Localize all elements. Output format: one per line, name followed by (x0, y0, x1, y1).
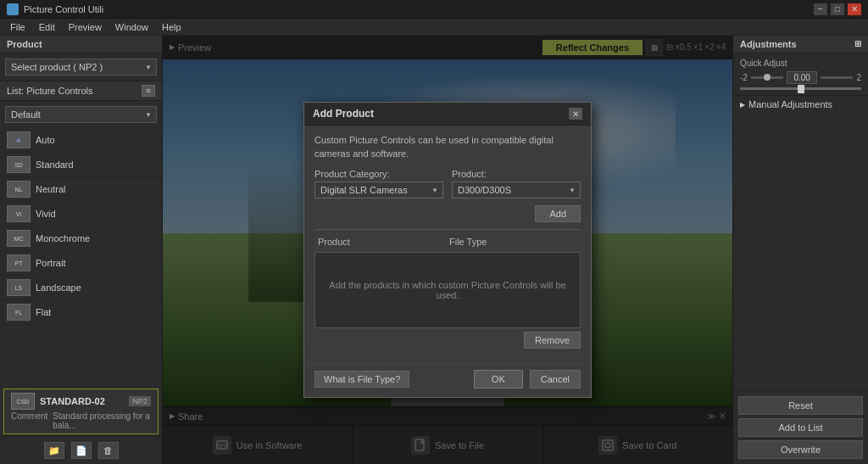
cancel-button[interactable]: Cancel (530, 370, 581, 389)
selected-item-meta-row: Comment Standard processing for a bala..… (11, 410, 151, 430)
table-filetype-col: File Type (449, 237, 577, 247)
bottom-icons: 📁 📄 🗑 (0, 436, 162, 464)
item-thumb-auto: A (7, 131, 31, 148)
main-layout: Product Select product ( NP2 ) List: Pic… (0, 36, 868, 464)
list-item[interactable]: FL Flat (0, 300, 162, 325)
qa-min-label: -2 (740, 73, 748, 82)
qa-thumb (764, 74, 771, 81)
menu-edit[interactable]: Edit (32, 20, 62, 34)
product-field: Product: D300/D300S D700 D90 D3 (452, 169, 581, 198)
add-to-list-button[interactable]: Add to List (738, 418, 863, 437)
selected-thumb-code: CSD (17, 399, 30, 405)
dialog-category-row: Product Category: Digital SLR Cameras Di… (314, 169, 581, 198)
list-item[interactable]: VI Vivid (0, 202, 162, 226)
product-label: Product: (452, 169, 581, 179)
selected-item-name: STANDARD-02 (40, 396, 105, 406)
list-section-label: List: Picture Controls (7, 86, 92, 96)
item-thumb-ls: LS (7, 279, 31, 296)
product-dropdown[interactable]: Select product ( NP2 ) (5, 59, 157, 75)
item-label-landscape: Landscape (36, 282, 81, 293)
qa-track (751, 76, 783, 79)
app-title: Picture Control Utili (24, 4, 103, 14)
qa-full-thumb (798, 85, 804, 93)
what-is-filetype-button[interactable]: What is File Type? (314, 371, 409, 388)
adjustments-expand-icon[interactable]: ⊞ (854, 39, 861, 49)
default-dropdown-wrapper: Default (5, 106, 157, 123)
ok-button[interactable]: OK (474, 370, 523, 389)
default-dropdown[interactable]: Default (5, 106, 157, 123)
dialog-overlay: Add Product ✕ Custom Picture Controls ca… (163, 36, 732, 464)
qa-full-track[interactable] (740, 87, 861, 90)
product-select-wrapper: D300/D300S D700 D90 D3 (452, 182, 581, 198)
list-header: List: Picture Controls ≡ (0, 81, 162, 101)
item-label-neutral: Neutral (36, 184, 65, 194)
list-item[interactable]: SD Standard (0, 153, 162, 177)
selected-item-detail: CSD STANDARD-02 NP2 Comment Standard pro… (3, 389, 159, 434)
minimize-button[interactable]: − (814, 3, 827, 15)
dialog-description: Custom Picture Controls can be used in c… (314, 134, 581, 160)
default-dropdown-area: Default (0, 101, 162, 128)
item-thumb-fl: FL (7, 304, 31, 321)
menu-help[interactable]: Help (155, 20, 188, 34)
add-product-button[interactable]: Add (535, 205, 581, 222)
add-product-dialog: Add Product ✕ Custom Picture Controls ca… (303, 102, 592, 398)
list-item[interactable]: MC Monochrome (0, 226, 162, 251)
right-panel: Adjustments ⊞ Quick Adjust -2 0.00 2 Ma (732, 36, 868, 464)
item-thumb-mc: MC (7, 230, 31, 247)
selected-item-row: CSD STANDARD-02 NP2 (11, 393, 151, 410)
qa-max-label: 2 (856, 73, 861, 82)
product-category-select[interactable]: Digital SLR Cameras Digital Compact Came… (314, 182, 443, 198)
menu-file[interactable]: File (3, 20, 32, 34)
product-select[interactable]: D300/D300S D700 D90 D3 (452, 182, 581, 198)
list-item[interactable]: A Auto (0, 128, 162, 153)
qa-value: 0.00 (787, 71, 817, 84)
manual-adjustments-item[interactable]: Manual Adjustments (733, 96, 868, 113)
dialog-close-button[interactable]: ✕ (569, 108, 582, 120)
picture-list: A Auto SD Standard NL Neutral VI Vivid M… (0, 128, 162, 387)
dialog-table-body: Add the products in which custom Picture… (314, 252, 581, 328)
qa-slider-row: -2 0.00 2 (740, 71, 861, 84)
right-bottom-buttons: Reset Add to List Overwrite (733, 390, 868, 464)
list-view-icon[interactable]: ≡ (142, 85, 155, 97)
np2-badge: NP2 (129, 396, 151, 406)
table-product-col: Product (318, 237, 446, 247)
item-thumb-vi: VI (7, 205, 31, 222)
new-item-button[interactable]: 📁 (44, 442, 64, 459)
restore-button[interactable]: □ (831, 3, 844, 15)
menu-bar: File Edit Preview Window Help (0, 19, 868, 36)
selected-comment: Comment (11, 411, 47, 430)
list-item[interactable]: LS Landscape (0, 276, 162, 300)
menu-window[interactable]: Window (108, 20, 155, 34)
product-dropdown-wrapper: Select product ( NP2 ) (5, 59, 157, 75)
dialog-footer-left: What is File Type? (314, 371, 474, 388)
quick-adjust-label: Quick Adjust (740, 59, 861, 68)
dialog-divider (314, 229, 581, 230)
dialog-body: Custom Picture Controls can be used in c… (304, 126, 591, 364)
remove-btn-row: Remove (314, 332, 581, 349)
remove-button[interactable]: Remove (524, 332, 581, 349)
product-category-field: Product Category: Digital SLR Cameras Di… (314, 169, 443, 198)
item-label-auto: Auto (36, 135, 55, 145)
overwrite-button[interactable]: Overwrite (738, 440, 863, 459)
dialog-footer-right: OK Cancel (474, 370, 581, 389)
menu-preview[interactable]: Preview (62, 20, 108, 34)
item-thumb-pt: PT (7, 254, 31, 271)
list-item[interactable]: PT Portrait (0, 251, 162, 276)
list-controls: ≡ (142, 85, 155, 97)
reset-button[interactable]: Reset (738, 396, 863, 415)
product-category-select-wrapper: Digital SLR Cameras Digital Compact Came… (314, 182, 443, 198)
adjustments-label: Adjustments (740, 39, 797, 49)
dialog-title: Add Product (313, 108, 374, 120)
selected-thumb: CSD (11, 393, 35, 410)
delete-button[interactable]: 🗑 (98, 442, 119, 459)
qa-slider-track[interactable] (751, 73, 783, 82)
list-item[interactable]: NL Neutral (0, 177, 162, 202)
item-label-flat: Flat (36, 307, 51, 317)
add-btn-row: Add (314, 205, 581, 222)
product-section-header: Product (0, 36, 162, 53)
duplicate-button[interactable]: 📄 (71, 442, 92, 459)
close-button[interactable]: ✕ (848, 3, 861, 15)
item-label-standard: Standard (36, 159, 74, 170)
item-label-mono: Monochrome (36, 233, 90, 243)
title-bar: Picture Control Utili − □ ✕ (0, 0, 868, 19)
